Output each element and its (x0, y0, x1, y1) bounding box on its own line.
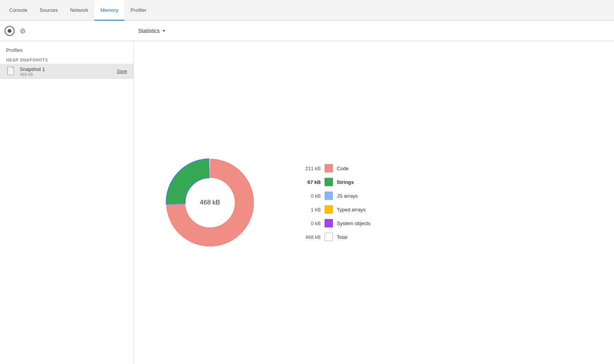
snapshot-file-icon (7, 66, 16, 76)
legend-swatch-total (325, 233, 333, 241)
donut-center-label: 468 kB (200, 199, 220, 206)
record-button[interactable] (5, 26, 15, 36)
statistics-label: Statistics (138, 28, 160, 34)
legend-swatch-strings (325, 178, 333, 186)
chart-area: 468 kB 211 kB Code 67 kB Strings 0 kB JS… (134, 41, 614, 364)
snapshot-info: Snapshot 1 468 kB (20, 66, 117, 77)
legend-value-total: 468 kB (294, 234, 321, 240)
legend-label-strings: Strings (337, 179, 354, 185)
legend-item-code: 211 kB Code (294, 164, 370, 172)
snapshot-name: Snapshot 1 (20, 66, 117, 72)
top-nav: Console Sources Network Memory Profiler (0, 0, 614, 21)
legend-item-total: 468 kB Total (294, 233, 370, 241)
heap-snapshots-header: HEAP SNAPSHOTS (0, 56, 133, 64)
legend-value-system-objects: 0 kB (294, 221, 321, 226)
legend-label-typed-arrays: Typed arrays (337, 207, 365, 213)
legend-value-typed-arrays: 1 kB (294, 207, 321, 213)
snapshot-size: 468 kB (20, 72, 117, 77)
legend-item-typed-arrays: 1 kB Typed arrays (294, 205, 370, 214)
legend-label-code: Code (337, 166, 349, 171)
legend-swatch-system-objects (325, 219, 333, 227)
legend-label-system-objects: System objects (337, 221, 370, 226)
chevron-down-icon: ▼ (162, 29, 166, 33)
tab-profiler[interactable]: Profiler (124, 0, 152, 21)
statistics-dropdown[interactable]: Statistics ▼ (138, 28, 166, 34)
save-link[interactable]: Save (117, 69, 127, 74)
tab-console[interactable]: Console (3, 0, 34, 21)
stop-icon: ⊘ (20, 27, 26, 34)
legend-label-js-arrays: JS arrays (337, 193, 358, 199)
legend-item-system-objects: 0 kB System objects (294, 219, 370, 227)
legend-swatch-code (325, 164, 333, 172)
legend-swatch-typed-arrays (325, 205, 333, 214)
donut-chart: 468 kB (157, 149, 263, 256)
toolbar-icons: ⊘ (5, 26, 138, 36)
stop-button[interactable]: ⊘ (18, 26, 27, 36)
legend-item-strings: 67 kB Strings (294, 178, 370, 186)
record-icon (8, 29, 11, 33)
legend: 211 kB Code 67 kB Strings 0 kB JS arrays… (294, 164, 370, 241)
legend-item-js-arrays: 0 kB JS arrays (294, 192, 370, 200)
sidebar: Profiles HEAP SNAPSHOTS Snapshot 1 468 k… (0, 41, 134, 364)
legend-swatch-js-arrays (325, 192, 333, 200)
tab-sources[interactable]: Sources (34, 0, 64, 21)
main-content: Profiles HEAP SNAPSHOTS Snapshot 1 468 k… (0, 41, 614, 364)
strings-segment (166, 159, 209, 204)
legend-label-total: Total (337, 234, 347, 240)
toolbar: ⊘ Statistics ▼ (0, 21, 614, 41)
profiles-label: Profiles (0, 47, 133, 56)
legend-value-strings: 67 kB (294, 179, 321, 185)
snapshot-item[interactable]: Snapshot 1 468 kB Save (0, 64, 133, 79)
legend-value-js-arrays: 0 kB (294, 193, 321, 199)
snapshot-icon (6, 66, 17, 77)
legend-value-code: 211 kB (294, 166, 321, 171)
tab-memory[interactable]: Memory (94, 0, 124, 21)
tab-network[interactable]: Network (64, 0, 94, 21)
